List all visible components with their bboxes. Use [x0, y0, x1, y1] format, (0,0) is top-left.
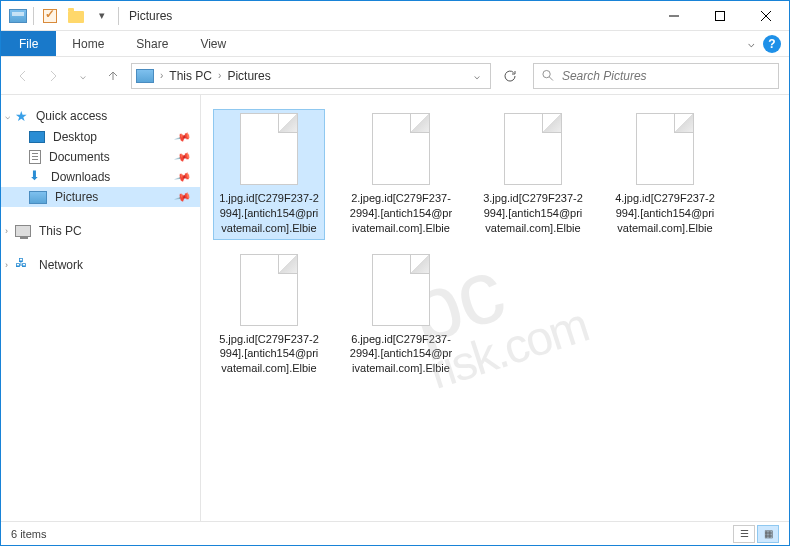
qat-properties[interactable]: [40, 6, 60, 26]
file-item[interactable]: 1.jpg.id[C279F237-2994].[antich154@priva…: [213, 109, 325, 240]
sidebar-network[interactable]: › Network: [1, 255, 200, 275]
file-icon: [636, 113, 694, 185]
sidebar-quick-access[interactable]: ⌵ ★ Quick access: [1, 105, 200, 127]
pin-icon: 📌: [174, 148, 193, 166]
sidebar-item-label: Downloads: [51, 170, 110, 184]
star-icon: ★: [15, 108, 28, 124]
file-name: 3.jpg.id[C279F237-2994].[antich154@priva…: [481, 191, 585, 236]
pin-icon: 📌: [174, 128, 193, 146]
svg-rect-1: [716, 11, 725, 20]
statusbar: 6 items ☰ ▦: [1, 521, 789, 545]
pictures-icon: [29, 191, 47, 204]
location-icon: [136, 69, 154, 83]
file-name: 2.jpeg.id[C279F237-2994].[antich154@priv…: [349, 191, 453, 236]
back-button[interactable]: [11, 64, 35, 88]
help-icon[interactable]: ?: [763, 35, 781, 53]
file-name: 4.jpg.id[C279F237-2994].[antich154@priva…: [613, 191, 717, 236]
chevron-right-icon[interactable]: ›: [218, 70, 221, 81]
svg-point-4: [543, 70, 550, 77]
pin-icon: 📌: [174, 168, 193, 186]
refresh-button[interactable]: [497, 63, 523, 89]
files-pane[interactable]: pcrisk.com 1.jpg.id[C279F237-2994].[anti…: [201, 95, 789, 521]
ribbon: File Home Share View ⌵ ?: [1, 31, 789, 57]
sidebar-item-downloads[interactable]: Downloads 📌: [1, 167, 200, 187]
chevron-right-icon[interactable]: ›: [160, 70, 163, 81]
file-item[interactable]: 6.jpeg.id[C279F237-2994].[antich154@priv…: [345, 250, 457, 381]
sidebar-item-label: Pictures: [55, 190, 98, 204]
file-item[interactable]: 2.jpeg.id[C279F237-2994].[antich154@priv…: [345, 109, 457, 240]
expand-ribbon-icon[interactable]: ⌵: [748, 37, 755, 50]
sidebar-this-pc[interactable]: › This PC: [1, 221, 200, 241]
up-button[interactable]: [101, 64, 125, 88]
svg-line-5: [549, 77, 553, 81]
file-name: 5.jpg.id[C279F237-2994].[antich154@priva…: [217, 332, 321, 377]
file-name: 6.jpeg.id[C279F237-2994].[antich154@priv…: [349, 332, 453, 377]
breadcrumb-item[interactable]: Pictures: [227, 69, 270, 83]
pc-icon: [15, 225, 31, 237]
sidebar: ⌵ ★ Quick access Desktop 📌 Documents 📌 D…: [1, 95, 201, 521]
app-icon: [9, 9, 27, 23]
file-item[interactable]: 5.jpg.id[C279F237-2994].[antich154@priva…: [213, 250, 325, 381]
chevron-down-icon[interactable]: ⌵: [5, 111, 10, 121]
sidebar-item-documents[interactable]: Documents 📌: [1, 147, 200, 167]
document-icon: [29, 150, 41, 164]
tab-share[interactable]: Share: [120, 31, 184, 56]
chevron-right-icon[interactable]: ›: [5, 226, 8, 236]
file-name: 1.jpg.id[C279F237-2994].[antich154@priva…: [217, 191, 321, 236]
qat-new-folder[interactable]: [66, 6, 86, 26]
sidebar-item-desktop[interactable]: Desktop 📌: [1, 127, 200, 147]
file-icon: [240, 113, 298, 185]
forward-button[interactable]: [41, 64, 65, 88]
file-icon: [504, 113, 562, 185]
window-title: Pictures: [129, 9, 172, 23]
search-box[interactable]: [533, 63, 779, 89]
chevron-right-icon[interactable]: ›: [5, 260, 8, 270]
file-item[interactable]: 4.jpg.id[C279F237-2994].[antich154@priva…: [609, 109, 721, 240]
search-icon: [542, 69, 554, 82]
download-icon: [29, 170, 43, 184]
sidebar-item-label: Desktop: [53, 130, 97, 144]
file-icon: [240, 254, 298, 326]
file-icon: [372, 113, 430, 185]
file-icon: [372, 254, 430, 326]
recent-dropdown[interactable]: ⌵: [71, 64, 95, 88]
icons-view-button[interactable]: ▦: [757, 525, 779, 543]
close-button[interactable]: [743, 1, 789, 31]
search-input[interactable]: [562, 69, 770, 83]
details-view-button[interactable]: ☰: [733, 525, 755, 543]
navbar: ⌵ › This PC › Pictures ⌵: [1, 57, 789, 95]
sidebar-item-pictures[interactable]: Pictures 📌: [1, 187, 200, 207]
tab-home[interactable]: Home: [56, 31, 120, 56]
desktop-icon: [29, 131, 45, 143]
minimize-button[interactable]: [651, 1, 697, 31]
network-icon: [15, 259, 31, 271]
pin-icon: 📌: [174, 188, 193, 206]
maximize-button[interactable]: [697, 1, 743, 31]
breadcrumb[interactable]: › This PC › Pictures ⌵: [131, 63, 491, 89]
titlebar: ▾ Pictures: [1, 1, 789, 31]
sidebar-item-label: Documents: [49, 150, 110, 164]
address-dropdown-icon[interactable]: ⌵: [474, 70, 480, 81]
sidebar-label: This PC: [39, 224, 82, 238]
breadcrumb-item[interactable]: This PC: [169, 69, 212, 83]
sidebar-label: Network: [39, 258, 83, 272]
file-item[interactable]: 3.jpg.id[C279F237-2994].[antich154@priva…: [477, 109, 589, 240]
tab-view[interactable]: View: [184, 31, 242, 56]
sidebar-label: Quick access: [36, 109, 107, 123]
item-count: 6 items: [11, 528, 46, 540]
file-tab[interactable]: File: [1, 31, 56, 56]
qat-customize[interactable]: ▾: [92, 6, 112, 26]
